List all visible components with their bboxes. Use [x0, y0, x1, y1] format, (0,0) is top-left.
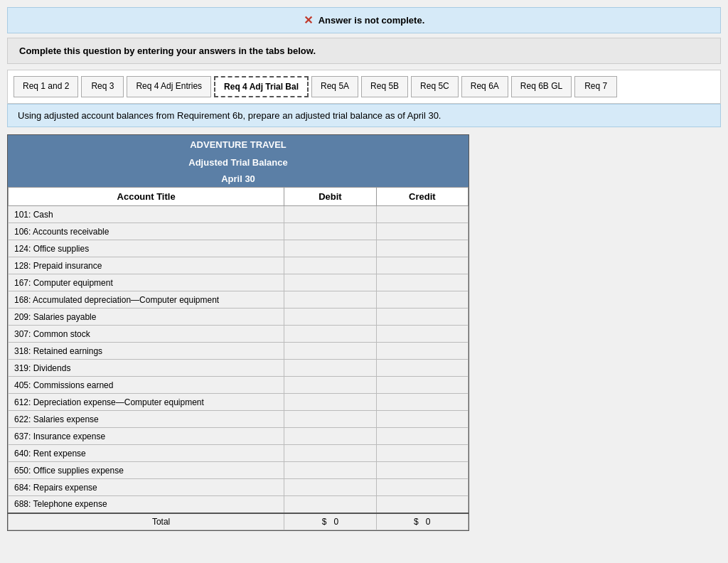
debit-cell[interactable] — [284, 428, 376, 445]
column-debit: Debit — [284, 188, 376, 206]
account-cell: 124: Office supplies — [9, 240, 284, 257]
credit-cell[interactable] — [376, 360, 468, 377]
table-date: April 30 — [8, 171, 469, 187]
account-cell: 128: Prepaid insurance — [9, 257, 284, 274]
debit-cell[interactable] — [284, 257, 376, 274]
error-icon: ✕ — [304, 14, 313, 27]
table-row: 106: Accounts receivable — [9, 223, 469, 240]
company-name: ADVENTURE TRAVEL — [8, 135, 469, 154]
credit-cell[interactable] — [376, 445, 468, 462]
debit-cell[interactable] — [284, 479, 376, 496]
table-row: 319: Dividends — [9, 360, 469, 377]
account-cell: 640: Rent expense — [9, 445, 284, 462]
account-cell: 650: Office supplies expense — [9, 462, 284, 479]
table-row: 650: Office supplies expense — [9, 462, 469, 479]
credit-cell[interactable] — [376, 240, 468, 257]
credit-cell[interactable] — [376, 326, 468, 343]
credit-cell[interactable] — [376, 274, 468, 291]
debit-cell[interactable] — [284, 240, 376, 257]
tab-req-7[interactable]: Req 7 — [574, 76, 617, 97]
table-row: 101: Cash — [9, 206, 469, 223]
tabs-container: Req 1 and 2Req 3Req 4 Adj EntriesReq 4 A… — [7, 70, 721, 104]
account-cell: 684: Repairs expense — [9, 479, 284, 496]
debit-cell[interactable] — [284, 462, 376, 479]
debit-cell[interactable] — [284, 343, 376, 360]
credit-cell[interactable] — [376, 462, 468, 479]
table-row: 168: Accumulated depreciation—Computer e… — [9, 291, 469, 309]
table-row: 640: Rent expense — [9, 445, 469, 462]
debit-cell[interactable] — [284, 360, 376, 377]
alert-bar: ✕ Answer is not complete. — [7, 7, 721, 33]
credit-cell[interactable] — [376, 309, 468, 326]
total-credit[interactable]: $ 0 — [376, 513, 468, 530]
account-cell: 209: Salaries payable — [9, 309, 284, 326]
account-cell: 167: Computer equipment — [9, 274, 284, 291]
debit-cell[interactable] — [284, 377, 376, 394]
tab-req-4-adj-trial-bal[interactable]: Req 4 Adj Trial Bal — [214, 76, 309, 97]
debit-cell[interactable] — [284, 394, 376, 411]
account-cell: 637: Insurance expense — [9, 428, 284, 445]
debit-cell[interactable] — [284, 206, 376, 223]
tab-req-5b[interactable]: Req 5B — [361, 76, 408, 97]
credit-cell[interactable] — [376, 343, 468, 360]
account-cell: 622: Salaries expense — [9, 411, 284, 428]
table-row: 622: Salaries expense — [9, 411, 469, 428]
credit-cell[interactable] — [376, 394, 468, 411]
debit-cell[interactable] — [284, 291, 376, 309]
debit-cell[interactable] — [284, 496, 376, 513]
table-row: 637: Insurance expense — [9, 428, 469, 445]
account-cell: 168: Accumulated depreciation—Computer e… — [9, 291, 284, 309]
column-credit: Credit — [376, 188, 468, 206]
table-row: 684: Repairs expense — [9, 479, 469, 496]
tab-req-5c[interactable]: Req 5C — [411, 76, 459, 97]
tab-req-3[interactable]: Req 3 — [81, 76, 124, 97]
alert-text: Answer is not complete. — [318, 15, 425, 26]
credit-cell[interactable] — [376, 496, 468, 513]
column-account: Account Title — [9, 188, 284, 206]
table-row: 209: Salaries payable — [9, 309, 469, 326]
description-text: Using adjusted account balances from Req… — [18, 110, 441, 121]
credit-cell[interactable] — [376, 291, 468, 309]
credit-cell[interactable] — [376, 411, 468, 428]
credit-cell[interactable] — [376, 206, 468, 223]
account-cell: 307: Common stock — [9, 326, 284, 343]
credit-cell[interactable] — [376, 257, 468, 274]
instruction-text: Complete this question by entering your … — [19, 45, 316, 56]
account-cell: 318: Retained earnings — [9, 343, 284, 360]
trial-balance-table: ADVENTURE TRAVEL Adjusted Trial Balance … — [7, 134, 469, 531]
table-row: 688: Telephone expense — [9, 496, 469, 513]
table-row: 124: Office supplies — [9, 240, 469, 257]
tab-req-5a[interactable]: Req 5A — [311, 76, 358, 97]
account-cell: 612: Depreciation expense—Computer equip… — [9, 394, 284, 411]
credit-cell[interactable] — [376, 479, 468, 496]
total-label: Total — [9, 513, 284, 530]
table-row: 318: Retained earnings — [9, 343, 469, 360]
credit-cell[interactable] — [376, 377, 468, 394]
account-cell: 405: Commissions earned — [9, 377, 284, 394]
tab-req-1-2[interactable]: Req 1 and 2 — [14, 76, 78, 97]
table-row: 307: Common stock — [9, 326, 469, 343]
account-cell: 106: Accounts receivable — [9, 223, 284, 240]
credit-cell[interactable] — [376, 223, 468, 240]
instruction-bar: Complete this question by entering your … — [7, 38, 721, 64]
table-row: 128: Prepaid insurance — [9, 257, 469, 274]
debit-cell[interactable] — [284, 411, 376, 428]
account-cell: 688: Telephone expense — [9, 496, 284, 513]
debit-cell[interactable] — [284, 326, 376, 343]
table-row: 612: Depreciation expense—Computer equip… — [9, 394, 469, 411]
account-cell: 101: Cash — [9, 206, 284, 223]
table-title: Adjusted Trial Balance — [8, 154, 469, 171]
account-cell: 319: Dividends — [9, 360, 284, 377]
debit-cell[interactable] — [284, 309, 376, 326]
total-debit[interactable]: $ 0 — [284, 513, 376, 530]
debit-cell[interactable] — [284, 274, 376, 291]
table-row: 405: Commissions earned — [9, 377, 469, 394]
tab-req-6b-gl[interactable]: Req 6B GL — [511, 76, 572, 97]
table-row: 167: Computer equipment — [9, 274, 469, 291]
debit-cell[interactable] — [284, 445, 376, 462]
tab-req-6a[interactable]: Req 6A — [461, 76, 508, 97]
description-bar: Using adjusted account balances from Req… — [7, 104, 721, 127]
debit-cell[interactable] — [284, 223, 376, 240]
tab-req-4-adj-entries[interactable]: Req 4 Adj Entries — [127, 76, 211, 97]
credit-cell[interactable] — [376, 428, 468, 445]
